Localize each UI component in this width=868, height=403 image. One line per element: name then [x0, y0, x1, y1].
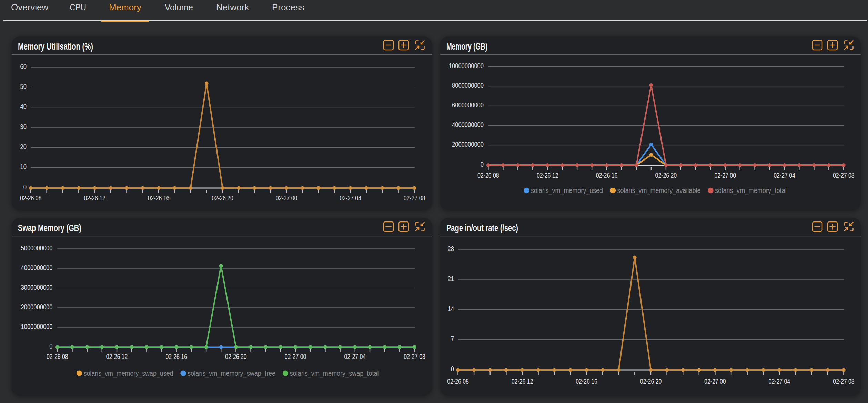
svg-text:solaris_vm_memory_total: solaris_vm_memory_total: [715, 187, 787, 195]
svg-text:02-26 08: 02-26 08: [20, 194, 42, 202]
svg-text:02-27 00: 02-27 00: [704, 378, 726, 385]
svg-text:solaris_vm_memory_swap_free: solaris_vm_memory_swap_free: [188, 370, 275, 378]
svg-text:50: 50: [20, 83, 27, 90]
svg-text:Overview: Overview: [11, 2, 49, 12]
svg-text:02-26 20: 02-26 20: [225, 353, 247, 360]
svg-text:02-26 12: 02-26 12: [84, 194, 105, 202]
svg-text:02-26 12: 02-26 12: [512, 378, 533, 385]
svg-text:30: 30: [20, 123, 27, 131]
svg-text:02-27 04: 02-27 04: [340, 194, 361, 202]
svg-text:Process: Process: [272, 2, 304, 12]
svg-text:02-27 04: 02-27 04: [769, 378, 790, 385]
svg-text:Volume: Volume: [165, 2, 193, 12]
svg-text:7: 7: [451, 335, 454, 342]
svg-text:8000000000: 8000000000: [452, 82, 484, 89]
svg-text:14: 14: [448, 305, 454, 312]
svg-text:0: 0: [49, 342, 52, 350]
svg-text:10: 10: [20, 163, 27, 170]
svg-text:2000000000: 2000000000: [452, 141, 484, 148]
svg-text:02-26 20: 02-26 20: [212, 194, 233, 202]
svg-text:02-26 20: 02-26 20: [655, 172, 677, 179]
svg-text:28: 28: [448, 245, 454, 252]
svg-text:solaris_vm_memory_swap_used: solaris_vm_memory_swap_used: [84, 370, 173, 378]
svg-text:60: 60: [20, 63, 27, 70]
svg-text:4000000000: 4000000000: [21, 264, 53, 271]
svg-text:02-27 08: 02-27 08: [404, 194, 425, 202]
svg-text:6000000000: 6000000000: [452, 101, 484, 109]
svg-text:Network: Network: [216, 2, 249, 12]
svg-text:Swap Memory (GB): Swap Memory (GB): [18, 223, 81, 233]
svg-text:solaris_vm_memory_available: solaris_vm_memory_available: [617, 187, 700, 195]
svg-text:4000000000: 4000000000: [452, 121, 484, 128]
svg-text:0: 0: [23, 183, 27, 191]
svg-text:02-27 00: 02-27 00: [714, 172, 736, 179]
svg-text:02-26 08: 02-26 08: [47, 353, 68, 360]
svg-text:02-26 12: 02-26 12: [106, 353, 128, 360]
svg-text:10000000000: 10000000000: [449, 62, 484, 70]
svg-text:02-26 16: 02-26 16: [165, 353, 187, 360]
svg-text:CPU: CPU: [70, 2, 86, 12]
svg-text:2000000000: 2000000000: [21, 303, 53, 311]
svg-text:02-26 12: 02-26 12: [537, 172, 558, 179]
svg-text:40: 40: [20, 103, 27, 110]
svg-text:5000000000: 5000000000: [21, 244, 53, 252]
svg-text:02-26 20: 02-26 20: [640, 378, 662, 385]
svg-text:0: 0: [451, 365, 454, 373]
svg-text:02-27 04: 02-27 04: [774, 172, 795, 179]
svg-text:3000000000: 3000000000: [21, 283, 53, 291]
svg-text:Memory Utilisation (%): Memory Utilisation (%): [18, 41, 93, 52]
svg-text:02-26 08: 02-26 08: [477, 172, 499, 179]
svg-text:02-26 08: 02-26 08: [447, 378, 469, 385]
svg-text:0: 0: [481, 161, 484, 168]
svg-text:02-27 00: 02-27 00: [276, 194, 297, 202]
svg-text:solaris_vm_memory_swap_total: solaris_vm_memory_swap_total: [290, 370, 379, 378]
svg-text:1000000000: 1000000000: [21, 323, 53, 330]
svg-text:21: 21: [448, 275, 454, 282]
svg-text:Memory (GB): Memory (GB): [446, 41, 487, 52]
svg-text:02-27 04: 02-27 04: [344, 353, 366, 360]
svg-text:02-26 16: 02-26 16: [148, 194, 170, 202]
svg-text:02-26 16: 02-26 16: [576, 378, 597, 385]
svg-text:02-26 16: 02-26 16: [596, 172, 618, 179]
svg-text:02-27 08: 02-27 08: [833, 172, 855, 179]
svg-text:Memory: Memory: [109, 2, 141, 12]
svg-text:20: 20: [20, 143, 27, 151]
svg-text:solaris_vm_memory_used: solaris_vm_memory_used: [531, 187, 603, 195]
svg-text:02-27 00: 02-27 00: [285, 353, 306, 360]
svg-text:Page in/out rate (/sec): Page in/out rate (/sec): [446, 223, 518, 233]
svg-text:02-27 08: 02-27 08: [404, 353, 425, 360]
svg-text:02-27 08: 02-27 08: [833, 378, 855, 385]
